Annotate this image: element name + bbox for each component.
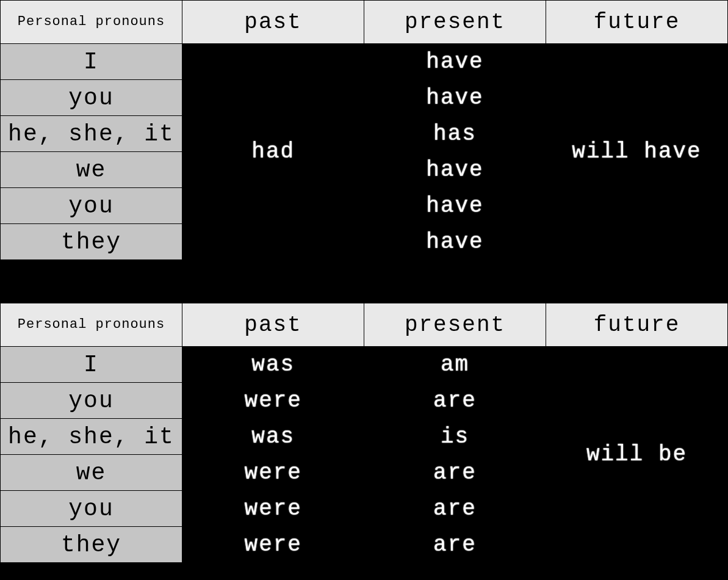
- pronoun-cell: they: [1, 527, 182, 563]
- header-future: future: [546, 1, 728, 44]
- header-past: past: [182, 303, 364, 347]
- pronoun-cell: you: [1, 80, 182, 116]
- pronoun-cell: I: [1, 347, 182, 383]
- header-past: past: [182, 1, 364, 44]
- present-cell: are: [364, 383, 546, 419]
- pronoun-cell: he, she, it: [1, 419, 182, 455]
- table-have: Personal pronouns past present future Ih…: [0, 0, 728, 260]
- present-cell: have: [364, 152, 546, 188]
- future-cell: will be: [546, 347, 728, 563]
- present-cell: are: [364, 455, 546, 491]
- present-cell: have: [364, 188, 546, 224]
- past-cell: was: [182, 419, 364, 455]
- pronoun-cell: you: [1, 491, 182, 527]
- past-cell: were: [182, 527, 364, 563]
- present-cell: is: [364, 419, 546, 455]
- future-cell: will have: [546, 44, 728, 260]
- past-cell: were: [182, 455, 364, 491]
- past-cell: was: [182, 347, 364, 383]
- past-cell: were: [182, 491, 364, 527]
- pronoun-cell: they: [1, 224, 182, 260]
- present-cell: have: [364, 80, 546, 116]
- present-cell: am: [364, 347, 546, 383]
- pronoun-cell: you: [1, 383, 182, 419]
- pronoun-cell: I: [1, 44, 182, 80]
- header-present: present: [364, 1, 546, 44]
- header-pronouns: Personal pronouns: [1, 303, 182, 347]
- pronoun-cell: we: [1, 152, 182, 188]
- header-present: present: [364, 303, 546, 347]
- pronoun-cell: we: [1, 455, 182, 491]
- past-cell: were: [182, 383, 364, 419]
- present-cell: are: [364, 527, 546, 563]
- pronoun-cell: he, she, it: [1, 116, 182, 152]
- pronoun-cell: you: [1, 188, 182, 224]
- table-divider: [0, 260, 728, 303]
- past-cell: had: [182, 44, 364, 260]
- present-cell: have: [364, 224, 546, 260]
- table-be: Personal pronouns past present future Iw…: [0, 303, 728, 563]
- present-cell: have: [364, 44, 546, 80]
- header-future: future: [546, 303, 728, 347]
- present-cell: are: [364, 491, 546, 527]
- header-pronouns: Personal pronouns: [1, 1, 182, 44]
- present-cell: has: [364, 116, 546, 152]
